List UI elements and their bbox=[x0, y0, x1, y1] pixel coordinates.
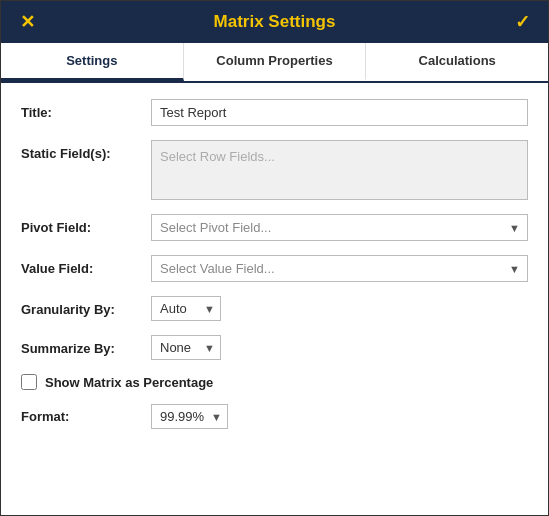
value-field-wrapper: Select Value Field... ▼ bbox=[151, 255, 528, 282]
settings-content: Title: Static Field(s): Select Row Field… bbox=[1, 83, 548, 515]
granularity-select[interactable]: Auto bbox=[151, 296, 221, 321]
summarize-row: Summarize By: None ▼ bbox=[21, 335, 528, 360]
title-bar: ✕ Matrix Settings ✓ bbox=[1, 1, 548, 43]
matrix-settings-dialog: ✕ Matrix Settings ✓ Settings Column Prop… bbox=[0, 0, 549, 516]
pivot-field-row: Pivot Field: Select Pivot Field... ▼ bbox=[21, 214, 528, 241]
value-field-select[interactable]: Select Value Field... bbox=[151, 255, 528, 282]
title-label: Title: bbox=[21, 99, 151, 120]
pivot-field-select-wrapper: Select Pivot Field... ▼ bbox=[151, 214, 528, 241]
pivot-field-wrapper: Select Pivot Field... ▼ bbox=[151, 214, 528, 241]
tab-calculations[interactable]: Calculations bbox=[366, 43, 548, 81]
static-fields-row: Static Field(s): Select Row Fields... bbox=[21, 140, 528, 200]
format-row: Format: 99.99% ▼ bbox=[21, 404, 528, 429]
value-field-label: Value Field: bbox=[21, 255, 151, 276]
tab-bar: Settings Column Properties Calculations bbox=[1, 43, 548, 83]
tab-column-properties[interactable]: Column Properties bbox=[184, 43, 367, 81]
static-fields-wrapper: Select Row Fields... bbox=[151, 140, 528, 200]
summarize-select-wrapper: None ▼ bbox=[151, 335, 221, 360]
pivot-field-label: Pivot Field: bbox=[21, 214, 151, 235]
dialog-title: Matrix Settings bbox=[39, 12, 510, 32]
value-field-row: Value Field: Select Value Field... ▼ bbox=[21, 255, 528, 282]
pivot-field-select[interactable]: Select Pivot Field... bbox=[151, 214, 528, 241]
title-field-wrapper bbox=[151, 99, 528, 126]
static-fields-input[interactable]: Select Row Fields... bbox=[151, 140, 528, 200]
close-button[interactable]: ✕ bbox=[15, 11, 39, 33]
static-fields-label: Static Field(s): bbox=[21, 140, 151, 161]
value-field-select-wrapper: Select Value Field... ▼ bbox=[151, 255, 528, 282]
static-fields-placeholder: Select Row Fields... bbox=[160, 149, 275, 164]
title-row: Title: bbox=[21, 99, 528, 126]
format-select-wrapper: 99.99% ▼ bbox=[151, 404, 228, 429]
title-input[interactable] bbox=[151, 99, 528, 126]
granularity-label: Granularity By: bbox=[21, 296, 151, 317]
granularity-select-wrapper: Auto ▼ bbox=[151, 296, 221, 321]
confirm-button[interactable]: ✓ bbox=[510, 11, 534, 33]
format-label: Format: bbox=[21, 409, 151, 424]
show-matrix-checkbox[interactable] bbox=[21, 374, 37, 390]
granularity-wrapper: Auto ▼ bbox=[151, 296, 528, 321]
summarize-select[interactable]: None bbox=[151, 335, 221, 360]
summarize-label: Summarize By: bbox=[21, 335, 151, 356]
show-matrix-row: Show Matrix as Percentage bbox=[21, 374, 528, 390]
tab-settings[interactable]: Settings bbox=[1, 43, 184, 81]
granularity-row: Granularity By: Auto ▼ bbox=[21, 296, 528, 321]
show-matrix-label: Show Matrix as Percentage bbox=[45, 375, 213, 390]
format-select[interactable]: 99.99% bbox=[151, 404, 228, 429]
summarize-wrapper: None ▼ bbox=[151, 335, 528, 360]
